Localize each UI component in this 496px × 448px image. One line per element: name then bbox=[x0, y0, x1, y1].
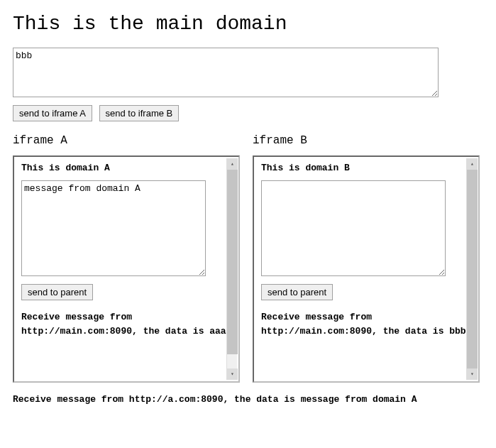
iframes-container: iframe A This is domain A send to parent… bbox=[13, 130, 483, 383]
iframe-a-column: iframe A This is domain A send to parent… bbox=[13, 130, 240, 383]
main-message-textarea[interactable] bbox=[13, 48, 439, 97]
main-button-row: send to iframe A send to iframe B bbox=[13, 105, 483, 121]
iframe-b-heading: This is domain B bbox=[261, 163, 471, 173]
iframe-b-textarea[interactable] bbox=[261, 180, 446, 276]
iframe-b-box: This is domain B send to parent Receive … bbox=[253, 155, 480, 383]
main-receive-message: Receive message from http://a.com:8090, … bbox=[13, 394, 483, 405]
iframe-b-scrollbar[interactable]: ▴ ▾ bbox=[466, 158, 477, 380]
scroll-up-icon: ▴ bbox=[227, 158, 238, 170]
page-title: This is the main domain bbox=[13, 13, 483, 35]
scroll-thumb[interactable] bbox=[467, 170, 478, 373]
iframe-b-label: iframe B bbox=[253, 134, 480, 147]
iframe-a-scrollbar[interactable]: ▴ ▾ bbox=[226, 158, 237, 380]
iframe-a-heading: This is domain A bbox=[21, 163, 231, 173]
iframe-a-box: This is domain A send to parent Receive … bbox=[13, 155, 240, 383]
scroll-thumb[interactable] bbox=[227, 170, 238, 354]
iframe-a-textarea[interactable] bbox=[21, 180, 206, 276]
iframe-b-column: iframe B This is domain B send to parent… bbox=[253, 130, 480, 383]
iframe-a-receive-message: Receive message from http://main.com:809… bbox=[21, 310, 231, 338]
scroll-down-icon: ▾ bbox=[467, 368, 478, 380]
iframe-b-receive-message: Receive message from http://main.com:809… bbox=[261, 310, 471, 338]
iframe-b-send-parent-button[interactable]: send to parent bbox=[261, 284, 333, 300]
scroll-down-icon: ▾ bbox=[227, 368, 238, 380]
iframe-a-label: iframe A bbox=[13, 134, 240, 147]
send-iframe-b-button[interactable]: send to iframe B bbox=[99, 105, 180, 121]
send-iframe-a-button[interactable]: send to iframe A bbox=[13, 105, 92, 121]
scroll-up-icon: ▴ bbox=[467, 158, 478, 170]
iframe-a-send-parent-button[interactable]: send to parent bbox=[21, 284, 93, 300]
